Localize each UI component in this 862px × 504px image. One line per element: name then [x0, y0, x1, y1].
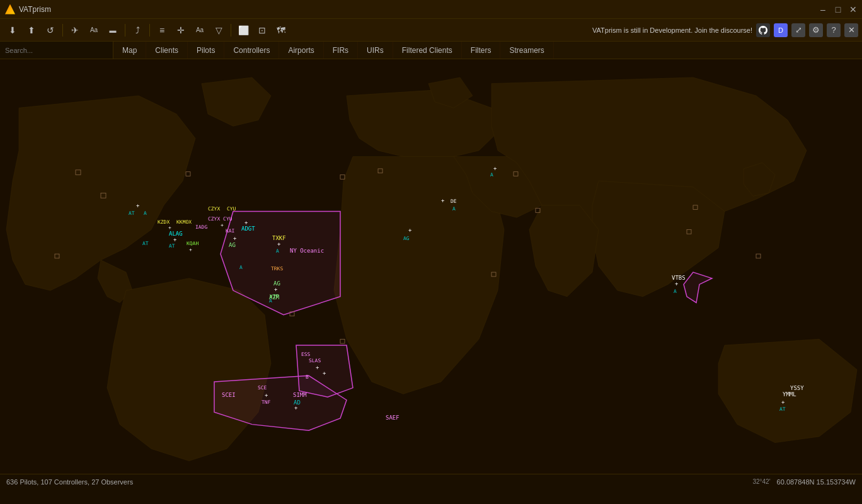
svg-text:KAI: KAI	[226, 228, 234, 234]
tab-uirs[interactable]: UIRs	[358, 42, 393, 59]
close-app-icon[interactable]: ✕	[844, 23, 858, 37]
svg-text:YMML: YMML	[783, 391, 796, 398]
toolbar-separator-3	[149, 24, 150, 37]
font-size-button[interactable]: Aa	[85, 21, 103, 39]
ruler-button[interactable]: ▬	[104, 21, 122, 39]
tab-filters[interactable]: Filters	[462, 42, 501, 59]
svg-text:KKMOX: KKMOX	[176, 219, 192, 225]
zoom-label: 32°42'	[752, 478, 770, 485]
close-button[interactable]: ✕	[849, 6, 857, 13]
search-input[interactable]	[0, 42, 113, 59]
svg-text:+: +	[441, 198, 444, 204]
app-logo	[5, 4, 15, 14]
svg-text:+: +	[294, 406, 297, 412]
svg-text:+: +	[277, 241, 280, 248]
svg-text:AD: AD	[294, 399, 301, 406]
svg-text:+: +	[323, 370, 326, 377]
svg-text:DE: DE	[451, 198, 457, 204]
tab-firs[interactable]: FIRs	[324, 42, 358, 59]
svg-text:A: A	[490, 173, 493, 178]
coordinates-display: 60.087848N 15.153734W	[777, 478, 856, 486]
help-icon[interactable]: ?	[827, 23, 841, 37]
tab-pilots[interactable]: Pilots	[188, 42, 224, 59]
svg-text:+: +	[168, 226, 171, 231]
toolbar-separator-2	[125, 24, 125, 37]
svg-text:AZM: AZM	[269, 294, 279, 301]
svg-text:SAEF: SAEF	[386, 415, 399, 421]
svg-text:SLAS: SLAS	[309, 358, 321, 364]
tab-map[interactable]: Map	[113, 42, 146, 59]
svg-text:KQAH: KQAH	[187, 241, 199, 246]
github-icon[interactable]	[756, 23, 770, 37]
svg-text:AT: AT	[142, 241, 149, 246]
map-area[interactable]: + AT A + A + DE A + AG KZDX KKMOX + IADG…	[0, 59, 862, 489]
pin-button[interactable]: ✛	[172, 21, 190, 39]
app-title: VATprism	[19, 5, 51, 14]
title-bar-left: VATprism	[5, 4, 51, 14]
svg-text:AG: AG	[229, 242, 236, 248]
download-button[interactable]: ⬇	[4, 21, 21, 39]
minimize-button[interactable]: –	[819, 6, 827, 13]
svg-text:+: +	[136, 203, 139, 209]
settings-icon[interactable]: ⚙	[809, 23, 823, 37]
svg-text:A: A	[452, 206, 456, 212]
svg-text:+: +	[408, 227, 411, 234]
svg-text:VTBS: VTBS	[672, 275, 686, 281]
svg-text:TNF: TNF	[261, 399, 271, 405]
svg-text:KZDX: KZDX	[158, 219, 170, 225]
svg-text:IADG: IADG	[195, 224, 208, 230]
toolbar-separator-4	[231, 24, 231, 37]
svg-text:CZYX CYU: CZYX CYU	[208, 216, 233, 222]
svg-text:YSSY: YSSY	[790, 385, 804, 391]
svg-text:AG: AG	[273, 280, 280, 287]
svg-text:ESS: ESS	[301, 352, 311, 358]
svg-text:CZYX: CZYX	[208, 206, 221, 212]
svg-text:AT: AT	[129, 210, 135, 216]
svg-text:+: +	[675, 281, 678, 287]
refresh-button[interactable]: ↺	[42, 21, 59, 39]
svg-text:B: B	[306, 374, 309, 380]
plane-button[interactable]: ✈	[66, 21, 84, 39]
svg-text:A: A	[144, 210, 147, 216]
notification-text: VATprism is still in Development. Join t…	[592, 26, 752, 34]
tab-clients[interactable]: Clients	[146, 42, 188, 59]
text-tool-button[interactable]: Aa	[191, 21, 209, 39]
svg-text:+: +	[221, 222, 224, 228]
svg-text:A: A	[239, 265, 243, 270]
tab-controllers[interactable]: Controllers	[224, 42, 279, 59]
svg-text:AT: AT	[169, 244, 175, 249]
toolbar-separator-1	[62, 24, 63, 37]
tab-filtered-clients[interactable]: Filtered Clients	[393, 42, 462, 59]
status-bar: 636 Pilots, 107 Controllers, 27 Observer…	[0, 474, 862, 489]
layers-button[interactable]: ≡	[153, 21, 171, 39]
svg-text:AT: AT	[779, 406, 786, 412]
svg-text:CYU: CYU	[227, 206, 236, 212]
svg-text:SIMM: SIMM	[293, 392, 307, 398]
svg-text:TRKS: TRKS	[271, 266, 284, 272]
expand-icon[interactable]: ⤢	[791, 23, 805, 37]
svg-text:+: +	[233, 236, 236, 242]
svg-text:+: +	[493, 166, 497, 172]
svg-text:ADGT: ADGT	[241, 226, 255, 232]
status-text: 636 Pilots, 107 Controllers, 27 Observer…	[6, 478, 133, 486]
svg-text:ALAG: ALAG	[169, 231, 183, 237]
toolbar: ⬇ ⬆ ↺ ✈ Aa ▬ ⤴ ≡ ✛ Aa ▽ ⬜ ⊡ 🗺 VATprism i…	[0, 19, 862, 42]
notification-bar: VATprism is still in Development. Join t…	[291, 23, 858, 37]
upload-button[interactable]: ⬆	[23, 21, 40, 39]
world-map-svg: + AT A + A + DE A + AG KZDX KKMOX + IADG…	[0, 59, 862, 489]
filter-button[interactable]: ▽	[210, 21, 227, 39]
picture-button[interactable]: 🗺	[272, 21, 290, 39]
discord-icon[interactable]: D	[774, 23, 788, 37]
crop-button[interactable]: ⊡	[253, 21, 271, 39]
title-bar-controls: – □ ✕	[819, 6, 857, 13]
svg-text:NY Oceanic: NY Oceanic	[290, 248, 324, 254]
tab-airports[interactable]: Airports	[279, 42, 323, 59]
share-button[interactable]: ⤴	[129, 21, 146, 39]
svg-text:SCEI: SCEI	[222, 392, 236, 398]
nav-bar: Map Clients Pilots Controllers Airports …	[0, 42, 862, 59]
svg-text:+: +	[265, 392, 268, 399]
select-button[interactable]: ⬜	[234, 21, 252, 39]
tab-streamers[interactable]: Streamers	[500, 42, 553, 59]
svg-text:+: +	[316, 365, 319, 371]
maximize-button[interactable]: □	[834, 6, 842, 13]
